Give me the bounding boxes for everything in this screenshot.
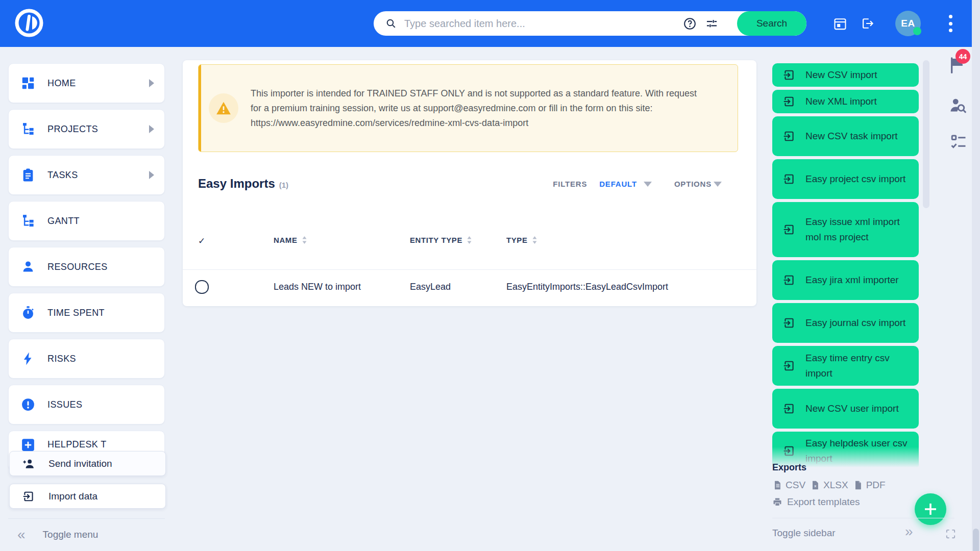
export-templates-link[interactable]: Export templates [772, 496, 860, 508]
options-label[interactable]: OPTIONS [674, 180, 712, 188]
page-scrollbar-track[interactable] [972, 0, 980, 551]
cell-entity-type: EasyLead [410, 282, 451, 292]
divider [183, 269, 756, 270]
new-csv-user-import-button[interactable]: New CSV user import [772, 389, 919, 429]
chevron-down-icon[interactable] [714, 182, 722, 187]
easy-time-entry-csv-import-button[interactable]: Easy time entry csv import [772, 346, 919, 386]
sidebar-item-projects[interactable]: PROJECTS [8, 109, 165, 149]
filters-label[interactable]: FILTERS [553, 180, 587, 188]
import-data-button[interactable]: Import data [9, 484, 166, 509]
sidebar-item-label: HELPDESK T [47, 439, 107, 450]
checklist-icon[interactable] [949, 133, 968, 151]
exports-title: Exports [772, 462, 806, 473]
easy-redmine-logo-icon[interactable] [14, 8, 44, 38]
import-icon [782, 130, 796, 143]
easy-journal-csv-import-button[interactable]: Easy journal csv import [772, 303, 919, 343]
page-title: Easy Imports(1) [198, 177, 288, 191]
action-label: Send invitation [48, 458, 112, 469]
import-icon [782, 359, 796, 372]
search-input[interactable] [403, 17, 683, 30]
chevron-down-icon[interactable] [644, 182, 652, 187]
kebab-menu-icon[interactable] [949, 15, 953, 32]
column-header-type[interactable]: TYPE [506, 236, 537, 244]
chevrons-right-icon[interactable]: » [905, 523, 913, 540]
warning-accent-bar [199, 65, 201, 152]
sort-icon [302, 236, 307, 244]
sidebar-item-gantt[interactable]: GANTT [8, 201, 165, 241]
exclamation-circle-icon [20, 397, 36, 412]
sidebar-item-issues[interactable]: ISSUES [8, 385, 165, 424]
top-header: Search EA [0, 0, 972, 47]
search-settings-icon[interactable] [705, 17, 719, 31]
easy-jira-xml-importer-button[interactable]: Easy jira xml importer [772, 260, 919, 300]
sidebar-item-label: TASKS [47, 170, 78, 181]
cell-name[interactable]: Leads NEW to import [274, 282, 361, 292]
warning-triangle-icon [209, 93, 238, 123]
sidebar-item-resources[interactable]: RESOURCES [8, 247, 165, 287]
filters-value[interactable]: DEFAULT [599, 180, 637, 188]
import-icon [782, 273, 796, 287]
file-xlsx-icon: x [810, 480, 820, 490]
bolt-icon [20, 351, 36, 366]
easy-issue-xml-import-button[interactable]: Easy issue xml import mol ms project [772, 202, 919, 257]
file-pdf-icon [853, 480, 863, 490]
person-add-icon [22, 457, 35, 470]
plus-icon [923, 502, 938, 517]
person-icon [20, 259, 36, 274]
import-icon [782, 444, 796, 458]
cell-type: EasyEntityImports::EasyLeadCsvImport [506, 282, 668, 292]
sidebar-item-risks[interactable]: RISKS [8, 339, 165, 379]
import-icon [782, 68, 796, 82]
sidebar-item-home[interactable]: HOME [8, 63, 165, 103]
easy-project-csv-import-button[interactable]: Easy project csv import [772, 159, 919, 199]
item-count: (1) [279, 181, 288, 189]
warning-text: This importer is intended for TRAINED ST… [251, 86, 708, 131]
fullscreen-icon[interactable] [945, 528, 957, 540]
row-checkbox[interactable] [195, 280, 209, 294]
toggle-menu-button[interactable]: « Toggle menu [14, 523, 157, 546]
action-label: Import data [48, 491, 97, 502]
warning-banner: This importer is intended for TRAINED ST… [198, 64, 738, 152]
log-out-icon[interactable] [861, 16, 875, 31]
sidebar-item-tasks[interactable]: TASKS [8, 155, 165, 195]
tree-icon [20, 121, 36, 137]
printer-icon [772, 497, 782, 507]
help-icon[interactable] [683, 17, 697, 31]
add-button[interactable] [915, 493, 946, 525]
toggle-sidebar-button[interactable]: Toggle sidebar [772, 528, 836, 539]
select-all-check[interactable]: ✓ [198, 236, 206, 246]
sidebar-item-label: GANTT [47, 216, 80, 227]
import-icon [782, 223, 796, 236]
column-header-entity-type[interactable]: ENTITY TYPE [410, 236, 472, 244]
sidebar-item-label: RESOURCES [47, 262, 108, 272]
search-button[interactable]: Search [737, 11, 806, 36]
sidebar-item-label: RISKS [47, 354, 76, 364]
import-icon [782, 402, 796, 415]
send-invitation-button[interactable]: Send invitation [9, 451, 166, 476]
user-search-icon[interactable] [948, 96, 968, 115]
notification-badge: 44 [955, 49, 970, 64]
export-pdf-link[interactable]: PDF [853, 480, 886, 491]
right-sidebar-scrollbar[interactable] [923, 60, 929, 208]
tree-icon [20, 213, 36, 229]
calendar-icon[interactable] [833, 16, 847, 31]
sidebar-item-time-spent[interactable]: TIME SPENT [8, 293, 165, 333]
export-csv-link[interactable]: CSV [772, 480, 805, 491]
file-icon [772, 480, 782, 490]
sidebar-item-label: PROJECTS [47, 124, 98, 135]
column-header-name[interactable]: NAME [274, 236, 307, 244]
export-xlsx-link[interactable]: x XLSX [810, 480, 848, 491]
app-root: Search EA HOME PROJECTS TASKS [0, 0, 980, 551]
list-controls: FILTERS DEFAULT OPTIONS [553, 180, 722, 188]
import-icon [782, 95, 796, 108]
divider [772, 518, 954, 518]
new-csv-import-button[interactable]: New CSV import [772, 63, 919, 87]
online-status-dot [913, 27, 921, 35]
import-icon [782, 316, 796, 330]
clipboard-icon [20, 167, 36, 183]
import-icon [22, 490, 35, 503]
new-csv-task-import-button[interactable]: New CSV task import [772, 116, 919, 156]
new-xml-import-button[interactable]: New XML import [772, 90, 919, 113]
chevron-right-icon [149, 79, 154, 87]
page-scrollbar-thumb[interactable] [973, 529, 979, 551]
